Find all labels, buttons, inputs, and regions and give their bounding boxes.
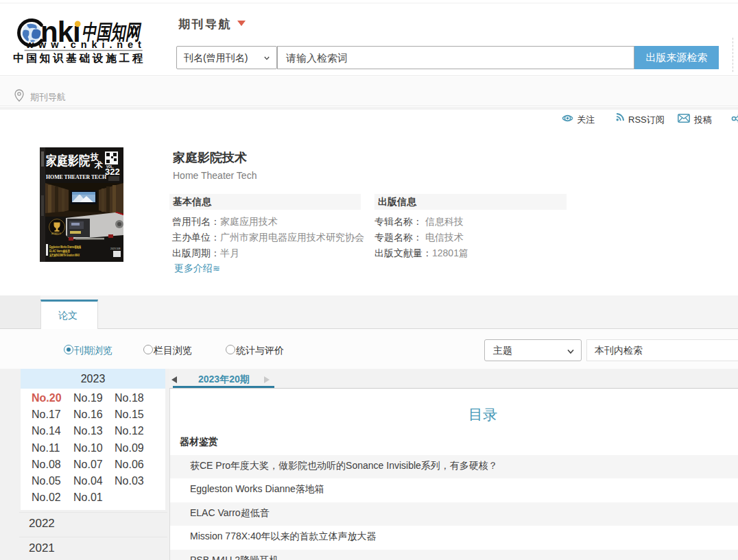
svg-text:乐天派BIGSMITH Evation MAX: 乐天派BIGSMITH Evation MAX <box>49 253 80 258</box>
svg-text:中国知识基础设施工程: 中国知识基础设施工程 <box>13 52 143 64</box>
svg-text:ELAC Varro超低音: ELAC Varro超低音 <box>49 249 70 254</box>
svg-text:Eggleston Works Dianne落地箱: Eggleston Works Dianne落地箱 <box>49 245 81 249</box>
svg-text:AWARDS: AWARDS <box>51 232 61 235</box>
svg-text:322: 322 <box>105 167 120 177</box>
svg-text:2023.10B: 2023.10B <box>110 247 121 250</box>
svg-text:HOME THEATER TECH: HOME THEATER TECH <box>46 173 106 180</box>
svg-text:家庭影院: 家庭影院 <box>45 154 91 168</box>
svg-text:术: 术 <box>94 160 103 170</box>
